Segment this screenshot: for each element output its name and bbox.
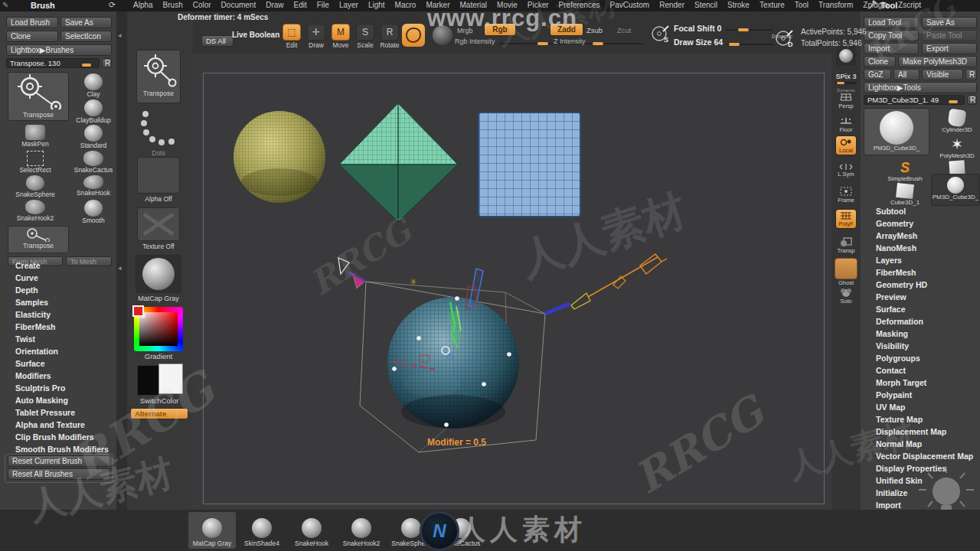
brush-submenu-item[interactable]: Surface [0, 357, 116, 370]
alpha-thumb[interactable] [137, 157, 180, 194]
clone-tool-button[interactable]: Clone [864, 56, 896, 67]
tool-submenu-item[interactable]: Morph Target [861, 377, 980, 389]
tool-submenu-item[interactable]: Texture Map [861, 413, 980, 425]
divider-arrow-icon[interactable]: ◂ [118, 264, 122, 272]
brush-size-slider[interactable]: Transpose. 130 [6, 58, 100, 68]
stroke-thumb-dots[interactable]: Dots [138, 109, 179, 146]
brush-thumb-claybuildup[interactable]: ClayBuildup [74, 99, 113, 124]
spix-slider[interactable]: SPix 3 [831, 73, 861, 84]
tool-thumb-current[interactable]: PM3D_Cube3D_ [864, 108, 929, 155]
tool-submenu-item[interactable]: Polypaint [861, 389, 980, 401]
draw-size-handle[interactable] [729, 43, 740, 46]
menu-item[interactable]: Document [221, 1, 256, 9]
restore-config-icon[interactable]: ⟳ [109, 0, 116, 10]
zcut-label[interactable]: Zcut [617, 26, 631, 34]
draw-size-slider[interactable] [726, 44, 773, 45]
alternate-button[interactable]: Alternate [130, 408, 188, 419]
menu-item[interactable]: Alpha [133, 1, 153, 9]
tool-slider[interactable]: PM3D_Cube3D_1. 49 [864, 95, 965, 105]
focal-shift-slider[interactable] [726, 29, 773, 31]
menu-item[interactable]: Color [193, 1, 211, 9]
brush-thumb-maskpen[interactable]: MaskPen [11, 125, 60, 148]
draw-size-label[interactable]: Draw Size 64 [674, 37, 723, 47]
tool-submenu-item[interactable]: Preview [861, 291, 980, 303]
export-tool-button[interactable]: Export [922, 43, 977, 54]
menu-item[interactable]: Edit [294, 1, 307, 9]
tool-submenu-item[interactable]: Polygroups [861, 352, 980, 364]
tool-submenu-item[interactable]: Geometry HD [861, 279, 980, 291]
brush-submenu-item[interactable]: Twist [0, 333, 116, 345]
z-intensity-handle[interactable] [593, 42, 603, 45]
left-divider[interactable]: ◂ ◂ [116, 11, 127, 510]
lightbox-brushes-button[interactable]: Lightbox▶Brushes [6, 44, 112, 56]
menu-item[interactable]: Marker [426, 1, 449, 9]
tool-thumb-pm3d-cube[interactable]: PM3D_Cube3D_ [931, 174, 980, 206]
menu-item[interactable]: Stencil [694, 1, 717, 9]
tool-submenu-item[interactable]: Surface [861, 303, 980, 315]
tool-submenu-item[interactable]: Vector Displacement Map [861, 450, 980, 462]
material-sphere-icon[interactable] [433, 25, 452, 45]
tool-thumb-cube3d-1[interactable]: Cube3D_1 [884, 183, 926, 207]
brush-submenu-item[interactable]: Curve [0, 272, 116, 284]
save-as-brush-button[interactable]: Save As [60, 17, 112, 28]
solo-button[interactable]: Solo [831, 287, 861, 305]
goz-r-button[interactable]: R [965, 69, 977, 80]
mode-button[interactable]: R Rotate [378, 24, 401, 49]
dynamic-draw-size-icon[interactable]: D [775, 28, 795, 48]
lightbox-tools-button[interactable]: Lightbox▶Tools [864, 82, 977, 93]
mode-button[interactable]: S Scale [354, 24, 377, 49]
tool-submenu-item[interactable]: Subtool [861, 205, 980, 217]
tool-submenu-item[interactable]: FiberMesh [861, 266, 980, 279]
texture-thumb[interactable] [137, 207, 180, 241]
paste-tool-button[interactable]: Paste Tool [922, 30, 977, 41]
import-tool-button[interactable]: Import [864, 43, 919, 54]
bottom-item[interactable]: SkinShade4 [238, 512, 286, 549]
transp-button[interactable]: Transp [831, 236, 861, 254]
menu-item[interactable]: Macro [395, 1, 416, 9]
mode-button[interactable]: ⬚ Edit [280, 24, 303, 49]
tool-submenu-item[interactable]: NanoMesh [861, 242, 980, 254]
menu-item[interactable]: Stroke [727, 1, 750, 9]
tool-submenu-item[interactable]: Visibility [861, 340, 980, 352]
ds-all-button[interactable]: DS All [201, 35, 234, 47]
dynamic-persp-button[interactable]: Dynamic Persp [831, 88, 861, 109]
document-canvas[interactable]: ✳ Modifier = 0.5 [193, 54, 831, 510]
focal-shift-handle[interactable] [738, 28, 749, 31]
mode-button[interactable]: ✛ Draw [305, 24, 328, 49]
lazy-mouse-icon[interactable]: S [651, 24, 671, 44]
menu-item[interactable]: File [317, 1, 329, 9]
load-brush-button[interactable]: Load Brush [6, 17, 58, 28]
tool-submenu-item[interactable]: Layers [861, 254, 980, 266]
brush-submenu-item[interactable]: Clip Brush Modifiers [0, 431, 116, 443]
brush-thumb-snakecactus[interactable]: SnakeCactus [74, 151, 113, 174]
menu-item[interactable]: PavCustom [610, 1, 650, 9]
focal-shift-label[interactable]: Focal Shift 0 [674, 24, 721, 33]
lsym-button[interactable]: L.Sym [831, 163, 861, 178]
bottom-item[interactable]: MatCap Gray [188, 512, 236, 549]
tool-submenu-item[interactable]: Contact [861, 364, 980, 377]
brush-thumb-snakesphere[interactable]: SnakeSphere [11, 175, 60, 198]
polyframe-button[interactable]: PolyF [831, 209, 861, 229]
z-intensity-slider[interactable] [590, 43, 643, 44]
menu-item[interactable]: Texture [760, 1, 785, 9]
brush-thumb-standard[interactable]: Standard [74, 125, 113, 149]
menu-item[interactable]: Transform [818, 1, 853, 9]
tool-submenu-item[interactable]: UV Map [861, 401, 980, 413]
rgb-intensity-handle[interactable] [537, 42, 548, 45]
goz-all-button[interactable]: All [893, 69, 920, 80]
brush-thumb-snakehook2[interactable]: SnakeHook2 [11, 200, 60, 222]
frame-button[interactable]: Frame [831, 186, 861, 204]
tool-submenu-item[interactable]: Deformation [861, 315, 980, 328]
bpr-button[interactable] [831, 46, 861, 66]
brush-submenu-item[interactable]: Elasticity [0, 308, 116, 321]
menu-item[interactable]: Preferences [559, 1, 600, 9]
menu-item[interactable]: Render [659, 1, 684, 9]
tool-submenu-item[interactable]: Displacement Map [861, 425, 980, 438]
brush-thumb-transpose-current[interactable]: Transpose [8, 72, 69, 121]
brush-submenu-item[interactable]: Tablet Pressure [0, 406, 116, 419]
ghost-button[interactable]: Ghost [831, 258, 861, 286]
material-thumb[interactable] [136, 255, 181, 293]
tool-thumb-simplebrush[interactable]: S SimpleBrush [884, 160, 926, 183]
tool-submenu-item[interactable]: Normal Map [861, 438, 980, 450]
menu-item[interactable]: Draw [266, 1, 283, 9]
